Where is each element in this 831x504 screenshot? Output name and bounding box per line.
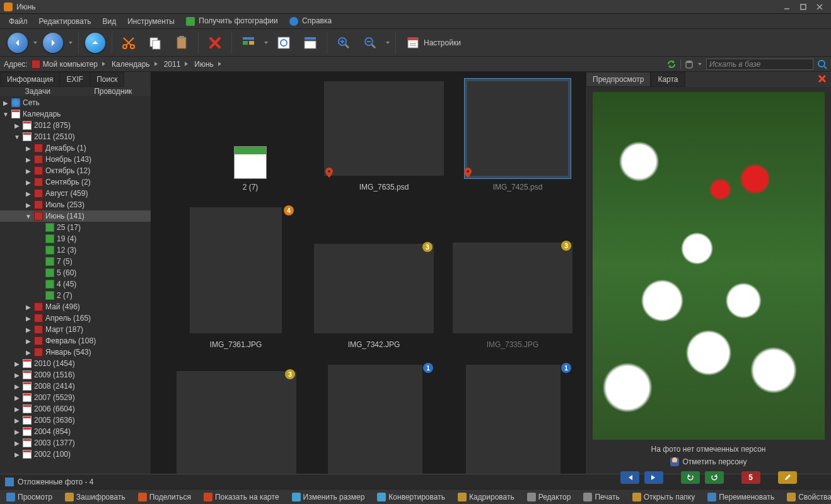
thumbnail-area[interactable]: 2 (7)IMG_7635.psdIMG_7425.psdIMG_7361.JP… — [151, 72, 585, 474]
preview-image[interactable] — [593, 92, 825, 440]
search-go-icon[interactable] — [817, 59, 827, 69]
tree-node[interactable]: ▶2003 (1377) — [0, 437, 151, 449]
refresh-icon[interactable] — [666, 59, 677, 69]
tree-node[interactable]: ▶2010 (1454) — [0, 358, 151, 369]
edit-button[interactable] — [778, 471, 797, 484]
view-panels-button[interactable] — [298, 30, 323, 55]
bottom-button[interactable]: Зашифровать — [61, 491, 129, 503]
menu-tools[interactable]: Инструменты — [122, 15, 180, 28]
tree-node[interactable]: ▶Февраль (108) — [0, 335, 151, 346]
zoom-dropdown[interactable] — [384, 33, 392, 53]
tab-tasks[interactable]: Задачи — [0, 87, 76, 96]
bottom-button[interactable]: Показать на карте — [200, 491, 283, 503]
close-panel-button[interactable] — [817, 74, 827, 86]
tree-node[interactable]: ▶2009 (1516) — [0, 369, 151, 381]
bottom-button[interactable]: Открыть папку — [629, 491, 699, 503]
settings-button[interactable]: Настройки — [400, 30, 467, 55]
thumbnail[interactable]: 2 (7) — [195, 146, 305, 192]
tree-node[interactable]: 2 (7) — [0, 290, 151, 301]
cut-button[interactable] — [116, 30, 141, 55]
view-preview-button[interactable] — [271, 30, 296, 55]
tree-node[interactable]: ▼Июнь (141) — [0, 210, 151, 222]
thumbnail[interactable]: IMG_7342.JPG3 — [314, 241, 434, 349]
nav-back-dropdown[interactable] — [32, 33, 39, 53]
view-thumbs-button[interactable] — [236, 30, 261, 55]
tree-node[interactable]: ▶Март (187) — [0, 324, 151, 335]
tree-node[interactable]: ▶Декабрь (1) — [0, 142, 151, 154]
bottom-button[interactable]: Переименовать — [704, 491, 778, 503]
tree-node[interactable]: ▶2002 (100) — [0, 449, 151, 460]
folder-tree[interactable]: ▶Сеть▼Календарь▶2012 (875)▼2011 (2510)▶Д… — [0, 96, 151, 474]
tree-node[interactable]: ▼Календарь — [0, 108, 151, 120]
tree-node[interactable]: 4 (45) — [0, 278, 151, 290]
prev-last-button[interactable] — [644, 471, 663, 484]
thumbnail[interactable]: IMG_7361.JPG4 — [177, 204, 295, 349]
rotate-right-button[interactable] — [705, 471, 724, 484]
tree-node[interactable]: 5 (60) — [0, 267, 151, 278]
menu-help[interactable]: Справка — [284, 14, 337, 28]
tree-node[interactable]: 12 (3) — [0, 244, 151, 256]
database-dropdown[interactable] — [697, 62, 702, 67]
zoom-in-button[interactable] — [331, 30, 356, 55]
paste-button[interactable] — [169, 30, 194, 55]
thumbnail[interactable]: IMG_7635.psd — [324, 78, 444, 192]
tree-node[interactable]: ▶Август (459) — [0, 188, 151, 199]
view-dropdown[interactable] — [262, 33, 270, 53]
menu-view[interactable]: Вид — [97, 15, 121, 28]
zoom-out-button[interactable] — [357, 30, 383, 55]
nav-up-button[interactable] — [83, 30, 108, 55]
tree-node[interactable]: ▶2005 (3636) — [0, 415, 151, 426]
menu-edit[interactable]: Редактировать — [34, 15, 96, 28]
thumbnail[interactable]: IMG_7337.JPG3 — [177, 368, 296, 474]
thumbnail[interactable]: IMG_7335.JPG3 — [453, 239, 572, 349]
tree-node[interactable]: 19 (4) — [0, 233, 151, 244]
bottom-button[interactable]: Редактор — [523, 491, 575, 503]
maximize-button[interactable] — [796, 2, 811, 12]
tree-node[interactable]: ▼2011 (2510) — [0, 131, 151, 142]
bottom-button[interactable]: Печать — [579, 491, 623, 503]
breadcrumb[interactable]: Июнь — [192, 60, 225, 69]
thumbnail[interactable]: img_7979.jpg1 — [315, 362, 434, 474]
copy-button[interactable] — [142, 30, 168, 55]
tree-node[interactable]: ▶Апрель (165) — [0, 312, 151, 324]
tree-node[interactable]: ▶2004 (854) — [0, 426, 151, 437]
tree-node[interactable]: ▶2006 (6604) — [0, 403, 151, 415]
tree-node[interactable]: ▶Октябрь (12) — [0, 165, 151, 176]
tree-node[interactable]: ▶Сеть — [0, 97, 151, 108]
tree-node[interactable]: ▶Сентябрь (2) — [0, 176, 151, 188]
breadcrumb[interactable]: Мой компьютер — [40, 60, 109, 69]
breadcrumb[interactable]: 2011 — [161, 60, 192, 69]
tree-node[interactable]: 25 (17) — [0, 222, 151, 233]
bottom-button[interactable]: Свойства — [783, 491, 831, 503]
bottom-button[interactable]: Конвертировать — [373, 491, 449, 503]
nav-back-button[interactable] — [5, 30, 30, 55]
tab-search[interactable]: Поиск — [90, 72, 124, 87]
tree-node[interactable]: ▶2007 (5529) — [0, 392, 151, 403]
bottom-button[interactable]: Поделиться — [134, 491, 195, 503]
tab-exif[interactable]: EXIF — [59, 72, 90, 87]
bottom-button[interactable]: Просмотр — [3, 491, 56, 503]
tree-node[interactable]: ▶Июль (253) — [0, 199, 151, 210]
search-input[interactable]: Искать в базе — [706, 59, 813, 70]
nav-forward-dropdown[interactable] — [67, 33, 74, 53]
tab-explorer[interactable]: Проводник — [76, 87, 151, 96]
thumbnail[interactable]: IMG_7425.psd — [463, 78, 572, 192]
breadcrumb[interactable]: Календарь — [109, 60, 161, 69]
tree-node[interactable]: ▶Май (496) — [0, 301, 151, 312]
menu-import[interactable]: Получить фотографии — [181, 14, 283, 28]
minimize-button[interactable] — [779, 2, 794, 12]
thumbnail[interactable]: img_4117.psd1 — [453, 362, 572, 474]
tree-node[interactable]: ▶2012 (875) — [0, 120, 151, 131]
tree-node[interactable]: ▶Ноябрь (143) — [0, 154, 151, 165]
delete-button[interactable] — [202, 30, 228, 55]
nav-forward-button[interactable] — [40, 30, 66, 55]
rotate-left-button[interactable] — [681, 471, 700, 484]
tree-node[interactable]: ▶Январь (543) — [0, 346, 151, 358]
bottom-button[interactable]: Изменить размер — [288, 491, 369, 503]
rating-button[interactable]: 5 — [741, 471, 760, 484]
prev-first-button[interactable] — [620, 471, 639, 484]
menu-file[interactable]: Файл — [4, 15, 33, 28]
bottom-button[interactable]: Кадрировать — [454, 491, 518, 503]
tab-preview[interactable]: Предпросмотр — [586, 72, 651, 87]
tree-node[interactable]: ▶2008 (2414) — [0, 381, 151, 392]
